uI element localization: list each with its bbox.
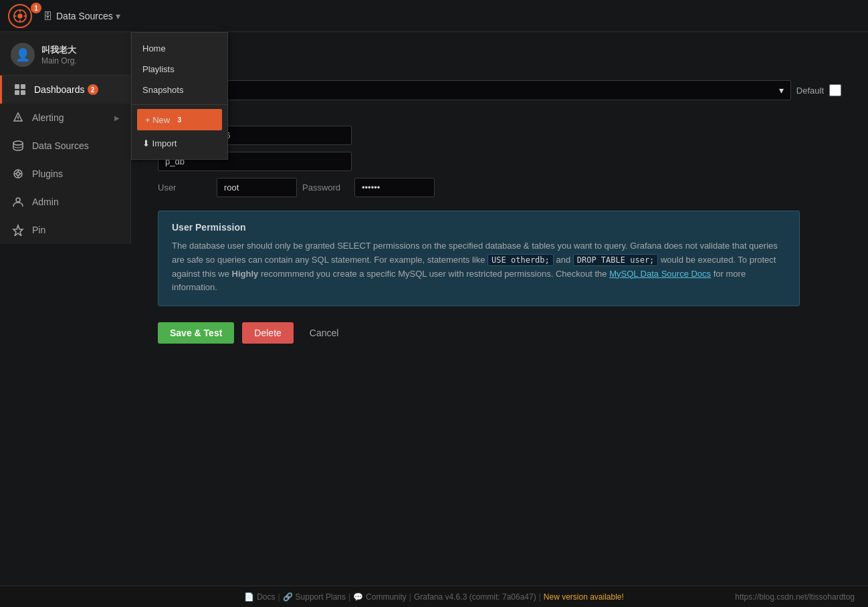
footer-version: Grafana v4.6.3 (commit: 7a06a47) <box>414 592 536 602</box>
plugins-icon <box>11 166 25 181</box>
footer-sep3: | <box>409 592 411 602</box>
alerting-arrow: ▶ <box>114 114 120 122</box>
footer-support-icon: 🔗 <box>283 592 293 602</box>
svg-point-8 <box>13 141 23 145</box>
footer-community-link[interactable]: Community <box>366 592 407 602</box>
host-row <box>158 126 841 145</box>
save-test-button[interactable]: Save & Test <box>158 322 234 344</box>
sidebar-item-admin-label: Admin <box>32 197 59 207</box>
sidebar-item-alerting-label: Alerting <box>32 112 64 123</box>
permission-bold1: Highly <box>232 269 259 279</box>
footer-blog-url: https://blog.csdn.net/ltissohardtog <box>735 592 855 602</box>
user-org: Main Org. <box>41 56 77 66</box>
footer-community-icon: 💬 <box>353 592 363 602</box>
sidebar-item-pin[interactable]: Pin <box>0 216 130 244</box>
dashboards-badge: 2 <box>88 84 98 95</box>
default-label: Default <box>796 86 824 96</box>
footer-support-link[interactable]: Support Plans <box>296 592 346 602</box>
svg-rect-2 <box>15 84 19 89</box>
connection-section: Connection User Password <box>158 111 841 197</box>
mysql-docs-link[interactable]: MySQL Data Source Docs <box>609 269 711 279</box>
permission-text4: recommmend you create a specific MySQL u… <box>261 269 609 279</box>
dashboards-menu-import[interactable]: ⬇ Import <box>132 133 227 154</box>
form-buttons: Save & Test Delete Cancel <box>158 322 841 344</box>
dashboards-menu-snapshots[interactable]: Snapshots <box>132 80 227 100</box>
topbar: 1 🗄 Data Sources ▾ <box>0 0 868 32</box>
dashboards-menu-home[interactable]: Home <box>132 38 227 59</box>
svg-rect-4 <box>15 90 19 95</box>
alerting-icon <box>11 110 25 125</box>
sidebar-item-plugins-label: Plugins <box>32 168 63 179</box>
sidebar-item-dashboards[interactable]: Dashboards 2 <box>0 76 130 104</box>
user-label: User <box>158 183 211 193</box>
topbar-datasource-label: Data Sources <box>56 11 113 21</box>
default-checkbox[interactable] <box>829 84 841 96</box>
footer-new-version: New version available! <box>544 592 624 602</box>
dashboards-menu-playlists[interactable]: Playlists <box>132 59 227 80</box>
sidebar-item-datasources-label: Data Sources <box>32 140 89 151</box>
svg-rect-3 <box>21 84 25 89</box>
dashboards-new-label: + New <box>145 115 170 125</box>
footer-docs-link[interactable]: Docs <box>257 592 275 602</box>
footer-sep2: | <box>348 592 350 602</box>
footer: 📄 Docs | 🔗 Support Plans | 💬 Community |… <box>0 586 868 607</box>
pin-icon <box>11 223 25 237</box>
sidebar-item-dashboards-label: Dashboards <box>34 84 85 95</box>
type-row: ℹ ▾ Default <box>158 80 841 100</box>
permission-code2: DROP TABLE user; <box>573 254 659 266</box>
logo-badge: 1 <box>31 3 41 13</box>
dashboards-import-label: ⬇ Import <box>142 138 177 148</box>
topbar-dropdown-arrow: ▾ <box>116 11 120 21</box>
dashboards-new-badge: 3 <box>174 114 185 125</box>
nav-sidebar: 👤 叫我老大 Main Org. Dashboards 2 Aler <box>0 32 131 244</box>
footer-sep1: | <box>278 592 280 602</box>
type-select-container[interactable]: ▾ <box>167 80 791 100</box>
footer-sep4: | <box>539 592 541 602</box>
svg-rect-5 <box>21 90 25 95</box>
svg-point-1 <box>17 13 22 18</box>
svg-point-7 <box>17 120 18 120</box>
cancel-button[interactable]: Cancel <box>302 322 347 344</box>
footer-docs-icon: 📄 <box>244 592 254 602</box>
svg-point-15 <box>16 198 20 202</box>
svg-point-10 <box>17 172 20 176</box>
main-content: ource ℹ ▾ Default Connection User Passwo… <box>131 32 868 586</box>
delete-button[interactable]: Delete <box>242 322 293 344</box>
datasources-icon <box>11 138 25 153</box>
password-input[interactable] <box>354 178 435 197</box>
sidebar-item-datasources[interactable]: Data Sources <box>0 132 130 160</box>
avatar: 👤 <box>11 43 35 67</box>
sidebar-item-alerting[interactable]: Alerting ▶ <box>0 104 130 132</box>
permission-title: User Permission <box>172 222 786 233</box>
dashboards-submenu: Home Playlists Snapshots + New 3 ⬇ Impor… <box>131 32 228 160</box>
dashboards-icon <box>13 82 27 97</box>
permission-text: The database user should only be granted… <box>172 239 786 295</box>
dashboards-menu-new[interactable]: + New 3 <box>137 109 222 130</box>
sidebar-item-admin[interactable]: Admin <box>0 188 130 216</box>
sidebar-item-plugins[interactable]: Plugins <box>0 160 130 188</box>
password-label: Password <box>302 183 349 193</box>
admin-icon <box>11 195 25 209</box>
credentials-row: User Password <box>158 178 841 197</box>
permission-box: User Permission The database user should… <box>158 211 800 306</box>
user-info: 👤 叫我老大 Main Org. <box>0 37 130 76</box>
connection-title: Connection <box>158 111 841 120</box>
datasource-icon: 🗄 <box>43 11 52 21</box>
user-input[interactable] <box>217 178 297 197</box>
user-name: 叫我老大 <box>41 44 77 56</box>
dashboards-menu-divider <box>132 104 227 105</box>
sidebar-item-pin-label: Pin <box>32 225 45 235</box>
type-dropdown-arrow: ▾ <box>779 85 784 96</box>
permission-code1: USE otherdb; <box>487 254 554 266</box>
permission-text2: and <box>556 255 572 265</box>
app-logo[interactable] <box>8 4 32 28</box>
database-row <box>158 152 841 171</box>
topbar-datasource-menu[interactable]: 🗄 Data Sources ▾ <box>43 11 120 21</box>
